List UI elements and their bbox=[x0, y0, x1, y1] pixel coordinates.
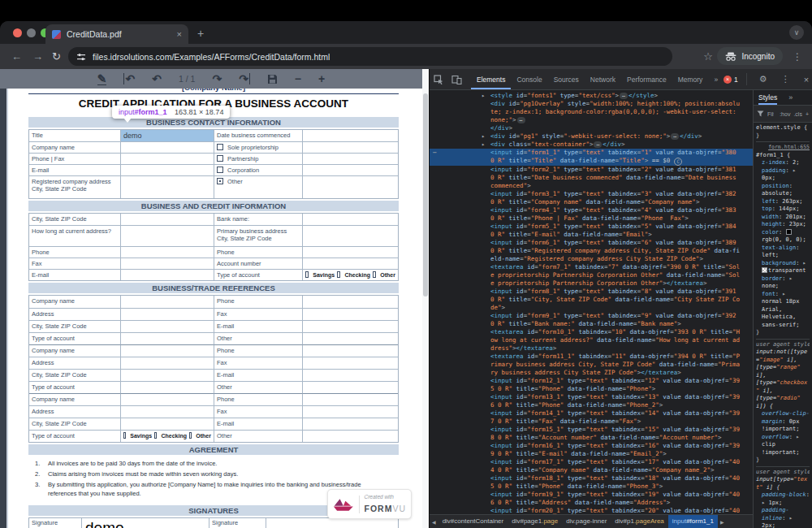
elements-tree-node[interactable]: <input id="form2_1" type="text" tabindex… bbox=[430, 166, 753, 190]
save-icon[interactable] bbox=[267, 74, 278, 84]
formvu-badge[interactable]: Created with FORMVU bbox=[327, 489, 412, 519]
form-field-empty[interactable] bbox=[120, 141, 214, 153]
elements-tree-node[interactable]: ▸<div id="pg1" style="-webkit-user-selec… bbox=[430, 132, 753, 141]
checkbox-icon[interactable] bbox=[217, 167, 223, 173]
elements-tree-node-selected[interactable]: ⋯<input id="form1_1" type="text" tabinde… bbox=[430, 149, 753, 166]
signature-value[interactable]: demo bbox=[81, 518, 209, 528]
form-field-empty[interactable] bbox=[120, 344, 214, 357]
last-page-icon[interactable]: ↷ bbox=[239, 73, 250, 84]
css-property[interactable]: color: rgb(0, 0, 0); bbox=[756, 229, 810, 245]
elements-tree-node[interactable]: <input id="form19_1" type="text" tabinde… bbox=[430, 491, 753, 507]
form-field-empty[interactable] bbox=[120, 175, 214, 198]
form-field-empty[interactable] bbox=[120, 308, 214, 320]
form-field-empty[interactable] bbox=[120, 225, 214, 246]
next-page-icon[interactable]: ↷ bbox=[212, 73, 222, 84]
css-property[interactable]: font: ▸ normal 18px Arial, Helvetica, sa… bbox=[756, 291, 810, 330]
elements-tree-node[interactable]: <textarea id="form10_1" tabindex="10" da… bbox=[430, 328, 753, 353]
rule-selector[interactable]: #form1_1 { bbox=[756, 152, 810, 160]
form-field-empty[interactable] bbox=[302, 153, 398, 164]
bookmark-star-icon[interactable]: ☆ bbox=[703, 44, 713, 69]
checkbox-icon[interactable] bbox=[123, 432, 126, 439]
elements-tree-node[interactable]: <input id="form3_1" type="text" tabindex… bbox=[430, 190, 753, 206]
site-controls-icon[interactable] bbox=[76, 52, 86, 62]
devtools-settings-gear-icon[interactable]: ⚙ bbox=[755, 74, 771, 84]
checkbox-option[interactable]: Other bbox=[214, 175, 302, 198]
browser-menu-icon[interactable]: ⋮ bbox=[793, 44, 802, 69]
elements-tree-node[interactable]: ▸<div class="text-container">…</div> bbox=[430, 141, 753, 149]
form-field-empty[interactable] bbox=[120, 418, 214, 430]
elements-tree-node[interactable]: <input id="form4_1" type="text" tabindex… bbox=[430, 206, 753, 223]
elements-tree-node[interactable]: <input id="form6_1" type="text" tabindex… bbox=[430, 239, 753, 263]
rule-selector[interactable]: element.style { bbox=[756, 124, 810, 132]
checkbox-icon[interactable] bbox=[217, 178, 223, 184]
zoom-out-icon[interactable]: − bbox=[295, 73, 301, 84]
styles-tab[interactable]: Styles bbox=[758, 90, 777, 105]
zoom-in-icon[interactable]: + bbox=[318, 73, 325, 84]
elements-tree-node[interactable]: <textarea id="form7_1" tabindex="7" data… bbox=[430, 263, 753, 288]
devtools-menu-icon[interactable]: ⋮ bbox=[777, 74, 794, 84]
elements-tree-node[interactable]: <input id="form13_1" type="text" tabinde… bbox=[430, 393, 753, 409]
css-property[interactable]: padding-inline: ▸ 2px; bbox=[756, 507, 810, 528]
css-property[interactable]: text-align: left; bbox=[756, 245, 810, 260]
checkbox-icon[interactable] bbox=[217, 144, 223, 150]
css-property[interactable]: position: absolute; bbox=[756, 183, 810, 198]
css-property[interactable]: background: ▸ transparent bbox=[756, 260, 810, 275]
url-text[interactable]: files.idrsolutions.com/Examples/AFForms/… bbox=[93, 52, 330, 62]
forward-icon[interactable]: → bbox=[32, 44, 43, 69]
breadcrumb-item[interactable]: div#page1.page bbox=[508, 515, 562, 528]
form-field-empty[interactable] bbox=[302, 369, 398, 381]
checkbox-option[interactable]: Corporation bbox=[214, 164, 302, 175]
form-field-empty[interactable] bbox=[120, 164, 214, 175]
form-field-empty[interactable] bbox=[302, 296, 398, 308]
form-field-empty[interactable] bbox=[302, 164, 398, 175]
form-field-empty[interactable] bbox=[120, 381, 214, 393]
breadcrumb-item[interactable]: div#contentContainer bbox=[438, 515, 508, 528]
form-field-empty[interactable] bbox=[120, 332, 214, 344]
css-property[interactable]: left: 263px; bbox=[756, 198, 810, 206]
elements-tree-node[interactable]: <input id="form9_1" type="text" tabindex… bbox=[430, 312, 753, 328]
checkbox-option[interactable]: Sole proprietorship bbox=[214, 141, 302, 153]
checkbox-group[interactable]: SavingsCheckingOther bbox=[302, 269, 398, 280]
scrollbar-thumb[interactable] bbox=[423, 93, 428, 296]
inspect-element-icon[interactable] bbox=[430, 75, 447, 84]
form-field-empty[interactable] bbox=[302, 308, 398, 320]
form-field-empty[interactable] bbox=[120, 369, 214, 381]
elements-tree-node[interactable]: <div id="pg1Overlay" style="width:100%; … bbox=[430, 100, 753, 124]
form-field-empty[interactable] bbox=[302, 430, 398, 442]
rule-selector[interactable]: input[type="text" i] { bbox=[756, 476, 810, 491]
stylesheet-link[interactable]: form.html:655 bbox=[756, 144, 810, 152]
more-tabs-icon[interactable]: » bbox=[708, 70, 723, 89]
omnibox[interactable]: files.idrsolutions.com/Examples/AFForms/… bbox=[68, 47, 672, 66]
elements-tree-node[interactable]: <input id="form18_1" type="text" tabinde… bbox=[430, 474, 753, 491]
form-field-empty[interactable] bbox=[120, 296, 214, 308]
css-property[interactable]: top: 144px; bbox=[756, 206, 810, 214]
elements-tree-node[interactable]: ▸<style id="fonts1" type="text/css">…</s… bbox=[430, 92, 753, 100]
elements-tree-node[interactable]: <input id="form8_1" type="text" tabindex… bbox=[430, 288, 753, 312]
first-page-icon[interactable]: ↶ bbox=[123, 73, 135, 84]
form-field-empty[interactable] bbox=[302, 258, 398, 269]
elements-tree-node[interactable]: <input id="form16_1" type="text" tabinde… bbox=[430, 442, 753, 458]
breadcrumb-scroll-left-icon[interactable]: ◀ bbox=[430, 519, 438, 525]
tab-sources[interactable]: Sources bbox=[548, 70, 585, 89]
tab-list-chevron-icon[interactable]: ∨ bbox=[789, 25, 804, 40]
form-field-empty[interactable] bbox=[302, 393, 398, 405]
elements-tree-node[interactable]: <input id="form15_1" type="text" tabinde… bbox=[430, 426, 753, 442]
elements-tree-node[interactable]: <input id="form14_1" type="text" tabinde… bbox=[430, 409, 753, 426]
styles-toggle-hov[interactable]: :hov bbox=[780, 111, 790, 117]
reload-icon[interactable]: ↻ bbox=[52, 44, 61, 69]
checkbox-group[interactable]: SavingsCheckingOther bbox=[120, 430, 214, 442]
checkbox-icon[interactable] bbox=[154, 432, 157, 439]
css-property[interactable]: padding-block: ▸ 1px; bbox=[756, 491, 810, 507]
sign-tool-icon[interactable]: ✎ bbox=[97, 73, 107, 85]
form-field-empty[interactable] bbox=[302, 381, 398, 393]
previous-page-icon[interactable]: ↶ bbox=[152, 73, 162, 84]
traffic-light-minimize[interactable] bbox=[27, 28, 36, 37]
elements-tree-node[interactable]: <input id="form20_1" type="text" tabinde… bbox=[430, 507, 753, 514]
back-icon[interactable]: ← bbox=[11, 44, 22, 69]
css-property[interactable]: border: ▸ none; bbox=[756, 275, 810, 291]
elements-tree-node[interactable]: <input id="form5_1" type="text" tabindex… bbox=[430, 223, 753, 239]
styles-filter-input[interactable]: Filter bbox=[767, 111, 774, 117]
checkbox-icon[interactable] bbox=[305, 271, 309, 278]
css-property[interactable]: height: 23px; bbox=[756, 221, 810, 229]
tab-network[interactable]: Network bbox=[585, 70, 621, 89]
